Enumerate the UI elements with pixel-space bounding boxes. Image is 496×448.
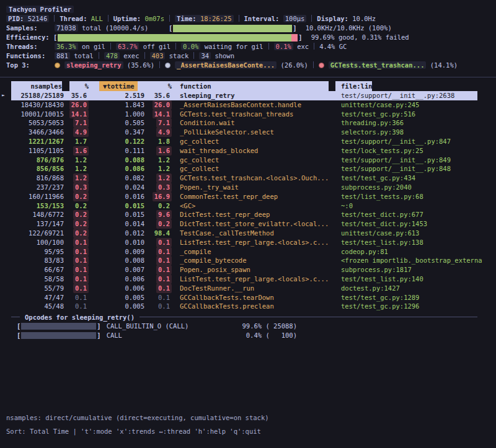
- header-nsamples[interactable]: nsamples: [11, 81, 62, 91]
- cumulative-pct-cell: 14.1: [144, 110, 172, 119]
- header-function[interactable]: function: [180, 81, 211, 91]
- table-row[interactable]: 5053/5053 7.1 0.505 7.1 Condition.wait t…: [0, 118, 496, 128]
- row-cursor: [0, 164, 11, 173]
- function-cell: wait_threads_blocked: [172, 146, 341, 156]
- file-line-cell: test/test_dict.py:1453: [341, 219, 496, 229]
- opcode-row: [] CALL 0.4% ( 100): [17, 331, 477, 340]
- function-cell: GCCallbackTests.preclean: [172, 302, 341, 311]
- efficiency-failed-segment: [291, 34, 298, 42]
- table-row[interactable]: 153/153 0.2 0.015 0.2 <GC> ~:0: [0, 201, 496, 211]
- direct-pct-cell: 35.6: [64, 91, 89, 100]
- legend-line: nsamples: direct/cumulative (direct=exec…: [6, 414, 269, 421]
- on-gil-label: on gil: [82, 43, 105, 50]
- header-file-line[interactable]: file:line: [335, 81, 376, 91]
- table-row[interactable]: 816/868 1.2 0.082 1.2 GCTests.test_trash…: [0, 173, 496, 183]
- nsamples-cell: 237/237: [11, 183, 64, 192]
- nsamples-cell: 816/868: [11, 173, 64, 183]
- gc-label: GC: [339, 43, 347, 50]
- table-row[interactable]: ► 25188/25189 35.6 2.519 35.6 sleeping_r…: [0, 91, 496, 100]
- table-row[interactable]: 58/58 0.1 0.006 0.1 ListTest.test_repr_l…: [0, 275, 496, 284]
- time-label: Time:: [177, 15, 197, 22]
- off-gil-pct: 63.7%: [116, 43, 140, 50]
- opcodes-separator: Opcodes for sleeping_retry(): [11, 312, 477, 322]
- table-row[interactable]: 47/47 0.1 0.005 0.1 GCCallbackTests.tear…: [0, 293, 496, 302]
- tottime-cell: 0.014: [89, 219, 144, 229]
- silver-medal-icon: [165, 63, 170, 68]
- function-cell: <GC>: [172, 201, 341, 211]
- function-cell: sleeping_retry: [172, 91, 341, 100]
- divider: [314, 43, 314, 50]
- cumulative-pct-cell: 0.1: [144, 275, 172, 284]
- direct-pct-cell: 0.3: [64, 183, 89, 192]
- function-cell: GCTests.test_trashcan_threads: [172, 110, 341, 119]
- table-row[interactable]: 856/856 1.2 0.086 1.2 gc_collect test/su…: [0, 164, 496, 173]
- display-label: Display:: [317, 15, 348, 22]
- nsamples-cell: 5053/5053: [11, 118, 64, 128]
- top2-function[interactable]: _AssertRaisesBaseConte...: [175, 61, 277, 69]
- functions-shown-label: shown: [215, 52, 234, 59]
- tottime-cell: 0.006: [89, 284, 144, 293]
- profiler-header: Tachyon Profiler PID: 52146Thread: ALLUp…: [6, 5, 490, 70]
- cumulative-pct-cell: 1.2: [144, 173, 172, 183]
- table-row[interactable]: 83/83 0.1 0.008 0.1 _compile_bytecode <f…: [0, 256, 496, 265]
- header-direct-pct[interactable]: %: [69, 81, 89, 91]
- table-row[interactable]: 100/100 0.1 0.010 0.1 ListTest.test_repr…: [0, 238, 496, 247]
- function-cell: Condition.wait: [172, 118, 341, 128]
- app-title: Tachyon Profiler: [6, 6, 74, 13]
- tottime-cell: 0.082: [89, 173, 144, 183]
- cumulative-pct-cell: 1.2: [144, 164, 172, 173]
- function-cell: CommonTest.test_repr_deep: [172, 192, 341, 201]
- table-row[interactable]: 66/67 0.1 0.007 0.1 Popen._posix_spawn s…: [0, 265, 496, 275]
- table-row[interactable]: 45/48 0.1 0.005 0.1 GCCallbackTests.prec…: [0, 302, 496, 311]
- cumulative-pct-cell: 0.1: [144, 238, 172, 247]
- table-row[interactable]: 55/79 0.1 0.006 0.1 DocTestRunner.__run …: [0, 284, 496, 293]
- gold-medal-icon: [55, 63, 60, 68]
- tottime-cell: 1.843: [89, 100, 144, 110]
- row-cursor: [0, 173, 11, 183]
- table-row[interactable]: 137/147 0.2 0.014 0.2 DictTest.test_stor…: [0, 219, 496, 229]
- table-row[interactable]: 237/237 0.3 0.024 0.3 Popen._try_wait su…: [0, 183, 496, 192]
- interval-value: 100µs: [283, 15, 307, 22]
- file-line-cell: test/test_list.py:140: [341, 275, 496, 284]
- header-cumulative-pct[interactable]: %: [138, 81, 172, 91]
- header-tottime-sorted[interactable]: ▼tottime: [99, 81, 138, 91]
- nsamples-cell: 58/58: [11, 275, 64, 284]
- row-cursor: [0, 284, 11, 293]
- row-cursor: [0, 201, 11, 211]
- efficiency-gauge: ]99.69% good, 0.31% failed: [53, 33, 409, 42]
- table-row[interactable]: 10001/10015 14.1 1.000 14.1 GCTests.test…: [0, 110, 496, 119]
- tottime-cell: 0.122: [89, 137, 144, 146]
- opcode-name: CALL: [101, 331, 122, 340]
- table-row[interactable]: 1105/1105 1.6 0.111 1.6 wait_threads_blo…: [0, 146, 496, 156]
- thread-value[interactable]: ALL: [91, 15, 103, 22]
- nsamples-cell: 83/83: [11, 256, 64, 265]
- interval-label: Interval:: [244, 15, 280, 22]
- top3-function[interactable]: GCTests.test_trashcan...: [329, 61, 427, 69]
- table-row[interactable]: 1221/1267 1.7 0.122 1.8 gc_collect test/…: [0, 137, 496, 146]
- nsamples-cell: 47/47: [11, 293, 64, 302]
- function-cell: _AssertRaisesBaseContext.handle: [172, 100, 341, 110]
- tottime-cell: 0.111: [89, 146, 144, 156]
- tottime-cell: 0.016: [89, 192, 144, 201]
- table-row[interactable]: 160/11966 0.2 0.016 16.9 CommonTest.test…: [0, 192, 496, 201]
- exc-pct: 0.1%: [274, 43, 293, 50]
- table-row[interactable]: 95/95 0.1 0.009 0.1 _compile codeop.py:8…: [0, 247, 496, 257]
- file-line-cell: threading.py:366: [341, 118, 496, 128]
- file-line-cell: unittest/case.py:245: [341, 100, 496, 110]
- cumulative-pct-cell: 4.9: [144, 128, 172, 137]
- top1-function[interactable]: sleeping_retry: [64, 61, 123, 69]
- nsamples-cell: 856/856: [11, 164, 64, 173]
- table-row[interactable]: 122/69721 0.2 0.012 98.4 TestCase._callT…: [0, 229, 496, 238]
- table-row[interactable]: 3466/3466 4.9 0.347 4.9 _PollLikeSelecto…: [0, 128, 496, 137]
- functions-label: Functions:: [6, 51, 55, 61]
- tottime-cell: 1.000: [89, 110, 144, 119]
- row-cursor: [0, 293, 11, 302]
- table-row[interactable]: 18430/18430 26.0 1.843 26.0 _AssertRaise…: [0, 100, 496, 110]
- divider: [268, 43, 269, 50]
- functions-line: Functions:881 total478 exec403 stack34 s…: [6, 51, 490, 61]
- table-row[interactable]: 876/876 1.2 0.088 1.2 gc_collect test/su…: [0, 156, 496, 165]
- table-row[interactable]: 148/6772 0.2 0.015 9.6 DictTest.test_rep…: [0, 210, 496, 219]
- file-line-cell: unittest/case.py:613: [341, 229, 496, 238]
- top1-pct: (35.6%): [127, 61, 154, 69]
- bronze-medal-icon: [319, 63, 324, 68]
